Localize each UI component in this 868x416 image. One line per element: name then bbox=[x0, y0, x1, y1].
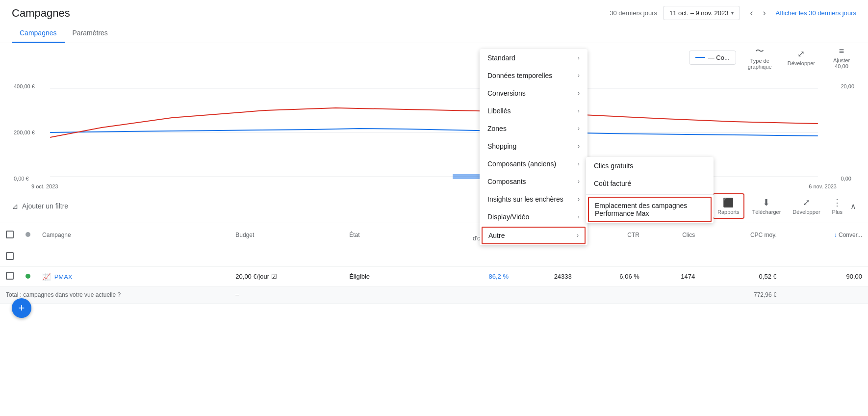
dropdown-label-conversions: Conversions bbox=[487, 89, 526, 97]
chevron-right-icon: › bbox=[578, 143, 580, 150]
chevron-right-icon: › bbox=[578, 125, 580, 132]
dropdown-item-composants[interactable]: Composants › bbox=[480, 173, 587, 190]
submenu-separator bbox=[586, 194, 714, 195]
dropdown-label-insights-encheres: Insights sur les enchères bbox=[487, 195, 563, 203]
chevron-right-icon: › bbox=[578, 213, 580, 220]
dropdown-item-conversions[interactable]: Conversions › bbox=[480, 84, 587, 102]
dropdown-label-shopping: Shopping bbox=[487, 142, 516, 150]
submenu-label-emplacement-pmax: Emplacement des campagnes Performance Ma… bbox=[595, 202, 705, 217]
dropdown-item-libelles[interactable]: Libellés › bbox=[480, 102, 587, 120]
dropdown-item-autre[interactable]: Autre › bbox=[482, 227, 586, 244]
chevron-right-icon: › bbox=[578, 107, 580, 114]
dropdown-item-insights-encheres[interactable]: Insights sur les enchères › bbox=[480, 190, 587, 208]
dropdown-item-zones[interactable]: Zones › bbox=[480, 120, 587, 137]
chevron-right-icon: › bbox=[578, 196, 580, 203]
submenu-item-clics-gratuits[interactable]: Clics gratuits bbox=[586, 157, 714, 175]
dropdown-label-composants-anciens: Composants (anciens) bbox=[487, 160, 556, 168]
dropdown-overlay: Standard › Données temporelles › Convers… bbox=[0, 0, 868, 304]
dropdown-label-zones: Zones bbox=[487, 125, 507, 132]
dropdown-item-display-video[interactable]: Display/Vidéo › bbox=[480, 208, 587, 226]
chevron-right-icon-autre: › bbox=[577, 232, 579, 239]
submenu-label-clics-gratuits: Clics gratuits bbox=[594, 162, 633, 170]
autre-submenu-panel: Clics gratuits Coût facturé Emplacement … bbox=[586, 157, 714, 223]
dropdown-label-libelles: Libellés bbox=[487, 107, 511, 115]
submenu-item-emplacement-pmax[interactable]: Emplacement des campagnes Performance Ma… bbox=[588, 197, 712, 222]
dropdown-label-standard: Standard bbox=[487, 54, 515, 62]
dropdown-item-shopping[interactable]: Shopping › bbox=[480, 137, 587, 155]
dropdown-label-autre: Autre bbox=[488, 232, 505, 239]
columns-dropdown-menu: Standard › Données temporelles › Convers… bbox=[480, 49, 587, 245]
chevron-right-icon: › bbox=[578, 90, 580, 97]
chevron-right-icon: › bbox=[578, 72, 580, 79]
dropdown-item-composants-anciens[interactable]: Composants (anciens) › bbox=[480, 155, 587, 173]
dropdown-label-donnees-temporelles: Données temporelles bbox=[487, 72, 552, 79]
dropdown-label-composants: Composants bbox=[487, 178, 526, 185]
chevron-right-icon: › bbox=[578, 54, 580, 61]
chevron-right-icon: › bbox=[578, 160, 580, 167]
submenu-label-cout-facture: Coût facturé bbox=[594, 180, 631, 187]
dropdown-item-standard[interactable]: Standard › bbox=[480, 49, 587, 67]
dropdown-item-donnees-temporelles[interactable]: Données temporelles › bbox=[480, 67, 587, 84]
dropdown-label-display-video: Display/Vidéo bbox=[487, 213, 529, 221]
chevron-right-icon: › bbox=[578, 178, 580, 185]
submenu-item-cout-facture[interactable]: Coût facturé bbox=[586, 175, 714, 192]
